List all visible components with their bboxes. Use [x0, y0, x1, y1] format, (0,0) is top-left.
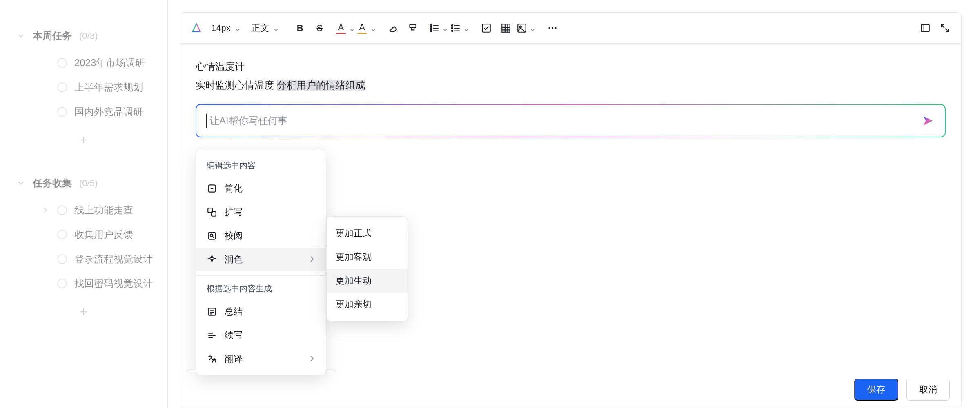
continue-icon	[207, 330, 217, 341]
font-size-value: 14px	[211, 23, 231, 33]
menu-item-label: 简化	[225, 182, 243, 195]
format-painter-button[interactable]	[404, 19, 422, 37]
task-item[interactable]: 上半年需求规划	[0, 75, 167, 100]
task-item[interactable]: 登录流程视觉设计	[0, 247, 167, 271]
menu-item-label: 校阅	[225, 230, 243, 242]
menu-item-label: 扩写	[225, 206, 243, 218]
save-button[interactable]: 保存	[854, 379, 898, 401]
ai-menu-continue[interactable]: 续写	[196, 324, 326, 347]
menu-section-title: 编辑选中内容	[196, 157, 326, 177]
task-item[interactable]: 国内外竞品调研	[0, 100, 167, 124]
unordered-list-button[interactable]: ⌄	[450, 19, 470, 37]
table-button[interactable]	[497, 19, 515, 37]
radio-icon[interactable]	[57, 82, 67, 92]
fullscreen-button[interactable]	[936, 19, 954, 37]
svg-point-6	[451, 30, 452, 31]
svg-point-19	[210, 234, 213, 237]
svg-rect-18	[208, 232, 215, 239]
footer: 保存 取消	[180, 371, 961, 408]
editor-panel: 14px ⌄ 正文 ⌄ B S A ⌄ A ⌄	[180, 12, 962, 408]
chevron-right-icon[interactable]	[41, 206, 50, 214]
group-count: (0/3)	[79, 31, 98, 41]
text-color-button[interactable]: A ⌄	[336, 19, 356, 37]
ai-logo-icon[interactable]	[187, 19, 205, 37]
add-task-button[interactable]: ＋	[0, 296, 167, 327]
sidebar-group-header[interactable]: 任务收集 (0/5)	[0, 172, 167, 195]
document-body[interactable]: 心情温度计 实时监测心情温度 分析用户的情绪组成 让AI帮你写任何事	[180, 44, 961, 371]
sidebar: 本周任务 (0/3) 2023年市场调研 上半年需求规划 国内外竞品调研 ＋	[0, 0, 167, 408]
svg-text:3: 3	[430, 28, 432, 32]
simplify-icon	[207, 183, 217, 194]
ordered-list-button[interactable]: 123 ⌄	[429, 19, 449, 37]
toolbar: 14px ⌄ 正文 ⌄ B S A ⌄ A ⌄	[180, 13, 961, 44]
task-item[interactable]: 2023年市场调研	[0, 51, 167, 75]
submenu-item-formal[interactable]: 更加正式	[327, 222, 408, 245]
chevron-down-icon: ⌄	[272, 23, 280, 33]
doc-text: 实时监测心情温度	[196, 80, 277, 91]
group-title: 本周任务	[33, 29, 72, 42]
cancel-button[interactable]: 取消	[906, 379, 950, 401]
chevron-down-icon: ⌄	[234, 23, 241, 33]
task-label: 登录流程视觉设计	[74, 253, 153, 266]
ai-menu-polish[interactable]: 润色	[196, 248, 326, 271]
highlight-color-button[interactable]: A ⌄	[357, 19, 377, 37]
chevron-right-icon	[309, 354, 315, 364]
task-label: 找回密码视觉设计	[74, 277, 153, 290]
submenu-item-objective[interactable]: 更加客观	[327, 245, 408, 269]
bold-button[interactable]: B	[291, 19, 309, 37]
paragraph-style-select[interactable]: 正文 ⌄	[247, 19, 284, 37]
svg-rect-14	[921, 24, 929, 31]
radio-icon[interactable]	[57, 279, 67, 288]
task-label: 收集用户反馈	[74, 228, 133, 241]
ai-context-menu: 编辑选中内容 简化 扩写 校阅	[196, 149, 326, 375]
ai-menu-simplify[interactable]: 简化	[196, 177, 326, 200]
task-label: 上半年需求规划	[74, 81, 143, 94]
chevron-down-icon: ⌄	[370, 23, 377, 33]
menu-section-title: 根据选中内容生成	[196, 280, 326, 300]
task-item[interactable]: 收集用户反馈	[0, 222, 167, 247]
radio-icon[interactable]	[57, 107, 67, 117]
submenu-item-friendly[interactable]: 更加亲切	[327, 293, 408, 316]
strikethrough-button[interactable]: S	[311, 19, 329, 37]
ai-menu-summarize[interactable]: 总结	[196, 300, 326, 324]
polish-icon	[207, 254, 217, 265]
svg-rect-8	[502, 24, 510, 32]
task-item[interactable]: 找回密码视觉设计	[0, 271, 167, 296]
menu-divider	[196, 275, 326, 276]
chevron-right-icon	[309, 254, 315, 265]
font-size-select[interactable]: 14px ⌄	[207, 19, 245, 37]
send-button[interactable]	[921, 114, 935, 128]
radio-icon[interactable]	[57, 58, 67, 68]
add-task-button[interactable]: ＋	[0, 124, 167, 155]
task-item[interactable]: 线上功能走查	[0, 198, 167, 222]
image-button[interactable]: ⌄	[517, 19, 536, 37]
submenu-item-vivid[interactable]: 更加生动	[327, 269, 408, 293]
menu-item-label: 翻译	[225, 353, 243, 365]
caret-down-icon	[16, 180, 25, 186]
ai-menu-translate[interactable]: 翻译	[196, 347, 326, 371]
svg-point-5	[451, 27, 452, 29]
sidebar-group-header[interactable]: 本周任务 (0/3)	[0, 24, 167, 47]
submenu-item-label: 更加生动	[336, 275, 372, 286]
sidebar-group-backlog: 任务收集 (0/5) 线上功能走查 收集用户反馈 登录流程视觉设计	[0, 172, 167, 327]
eraser-button[interactable]	[384, 19, 402, 37]
text-cursor	[206, 114, 207, 128]
menu-item-label: 总结	[225, 306, 243, 318]
radio-icon[interactable]	[57, 254, 67, 264]
submenu-item-label: 更加客观	[336, 252, 372, 262]
group-title: 任务收集	[33, 177, 72, 190]
paragraph-style-value: 正文	[251, 22, 269, 34]
ai-menu-expand[interactable]: 扩写	[196, 200, 326, 224]
doc-text-selected: 分析用户的情绪组成	[277, 80, 365, 91]
more-button[interactable]	[543, 19, 561, 37]
ai-menu-proofread[interactable]: 校阅	[196, 224, 326, 248]
task-label: 国内外竞品调研	[74, 105, 143, 118]
menu-item-label: 续写	[225, 329, 243, 341]
group-count: (0/5)	[79, 178, 98, 188]
radio-icon[interactable]	[57, 205, 67, 215]
radio-icon[interactable]	[57, 230, 67, 239]
ai-input[interactable]: 让AI帮你写任何事	[196, 104, 946, 137]
svg-point-10	[519, 26, 521, 27]
checklist-button[interactable]	[477, 19, 495, 37]
sidebar-toggle-button[interactable]	[916, 19, 934, 37]
